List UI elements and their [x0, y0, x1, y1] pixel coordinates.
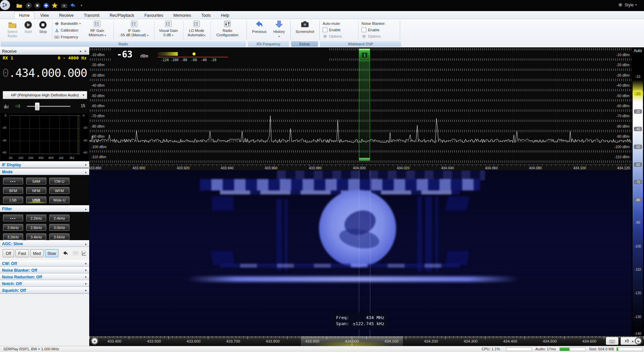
tab-home[interactable]: Home — [14, 11, 34, 19]
start-button[interactable]: Start — [20, 20, 36, 40]
spectrum-frequency-axis[interactable]: 433.880 433.900 433.920 433.940 433.960 … — [89, 164, 632, 170]
stop-icon[interactable] — [34, 2, 41, 9]
favourite-star-icon[interactable] — [51, 2, 58, 9]
automute-options-button[interactable]: Options — [323, 33, 356, 39]
scroll-right-button[interactable]: » — [635, 337, 642, 345]
tab-receive[interactable]: Receive — [55, 12, 78, 19]
screenshot-button[interactable]: Screenshot — [292, 20, 317, 34]
band-navigation-bar[interactable]: 433.400 433.500 433.600 433.700 433.800 … — [89, 336, 644, 346]
mode-button-lsb[interactable]: LSB — [3, 196, 23, 203]
tab-favourites[interactable]: Favourites — [140, 12, 168, 19]
filter-button-22[interactable]: 2.2kHz — [26, 215, 46, 221]
mode-button-nfm[interactable]: NFM — [26, 187, 46, 194]
agc-mail-icon[interactable] — [72, 250, 78, 256]
stop-button[interactable]: Stop — [35, 20, 51, 40]
volume-slider-track[interactable] — [27, 106, 70, 107]
automute-enable-checkbox[interactable]: Enable — [323, 27, 356, 33]
spectrum-display[interactable]: -63 dBm -120 -100 -80 -60 -40 -20 -10 dB… — [89, 47, 632, 164]
palette-label-selected[interactable]: -20 — [634, 92, 642, 96]
app-menu-button[interactable] — [0, 0, 10, 10]
agc-row: Off Fast Med Slow — [0, 247, 89, 260]
filter-button-34[interactable]: 3.4kHz — [26, 233, 46, 240]
keyboard-entry-button[interactable] — [606, 337, 619, 345]
noise-blanker-enable-checkbox[interactable]: Enable — [362, 27, 396, 33]
mode-button-wfm[interactable]: WFM — [49, 187, 69, 194]
mode-button-usb[interactable]: USB — [26, 196, 46, 203]
mode-button-cwu[interactable]: CW-U — [49, 178, 69, 184]
noise-blanker-group: Noise Blanker: Enable Options — [362, 20, 396, 39]
section-mode[interactable]: Mode▴ — [0, 168, 89, 175]
db-label: -20 dBm — [91, 63, 105, 67]
volume-slider-thumb[interactable] — [35, 102, 40, 111]
tab-view[interactable]: View — [36, 12, 53, 19]
frequency-button[interactable]: Frequency — [54, 34, 78, 40]
section-squelch[interactable]: Squelch: Off▾ — [0, 287, 89, 294]
section-cw[interactable]: CW: Off▾ — [0, 260, 89, 267]
mode-button-bfm[interactable]: BFM — [3, 187, 23, 194]
agc-undo-icon[interactable] — [62, 250, 68, 256]
agc-slow-button[interactable]: Slow — [45, 249, 58, 257]
tab-rec-playback[interactable]: Rec/Playback — [105, 12, 139, 19]
agc-med-button[interactable]: Med — [30, 249, 44, 257]
size-progress-bar — [616, 347, 643, 351]
mode-button-wideu[interactable]: Wide-U — [49, 196, 69, 203]
palette-label: -70 — [634, 180, 642, 184]
filter-button-32[interactable]: 3.2kHz — [3, 233, 23, 240]
mode-button-more[interactable]: ••• — [3, 178, 23, 184]
tab-transmit[interactable]: Transmit — [79, 12, 104, 19]
lo-mode-button[interactable]: LO Mode Automatic▾ — [184, 20, 209, 38]
db-label: -70 dBm — [616, 114, 630, 118]
filter-button-30[interactable]: 3.0kHz — [49, 224, 69, 231]
tab-help[interactable]: Help — [217, 12, 234, 19]
db-label: -110 dBm — [91, 155, 106, 159]
frequency-display[interactable]: 0.434.000.000 — [0, 62, 89, 84]
visual-gain-button[interactable]: Visual Gain 0 dB ▾ — [155, 20, 182, 38]
section-noise-blanker[interactable]: Noise Blanker: Off▾ — [0, 267, 89, 273]
noise-blanker-options-button[interactable]: Options — [362, 33, 396, 39]
receive-panel-header[interactable]: Receive ▾ × — [0, 47, 89, 55]
tab-tools[interactable]: Tools — [197, 12, 215, 19]
start-icon[interactable] — [25, 2, 32, 9]
panel-close-icon[interactable]: × — [84, 48, 87, 55]
filter-button-26[interactable]: 2.6kHz — [3, 224, 23, 231]
open-file-icon[interactable] — [15, 2, 23, 9]
undo-icon[interactable] — [69, 2, 76, 9]
speaker-icon[interactable] — [14, 103, 21, 109]
section-notch[interactable]: Notch: Off▾ — [0, 280, 89, 287]
panel-collapse-icon[interactable]: ▾ — [79, 48, 81, 55]
filter-button-28[interactable]: 2.8kHz — [26, 224, 46, 231]
palette-auto-button[interactable]: Auto — [632, 48, 644, 53]
audio-device-select[interactable]: HP (Périphérique High Definition Audio) … — [3, 91, 87, 99]
radio-configuration-button[interactable]: Radio Configuration — [212, 20, 243, 37]
waterfall-palette-scale[interactable]: Auto -10 -20 -30 -40 -50 -60 -70 -80 -90… — [632, 47, 644, 336]
status-audio: Audio: 17ms — [535, 347, 556, 351]
equalizer-icon[interactable] — [3, 103, 9, 109]
if-gain-button[interactable]: IF Gain -55 dB (Manual) ▾ — [115, 20, 153, 38]
section-agc[interactable]: AGC: Slow▴ — [0, 240, 89, 247]
bandwidth-button[interactable]: Bandwidth▾ — [54, 20, 80, 27]
camera-icon[interactable] — [60, 2, 68, 9]
waterfall-display[interactable]: Freq:434 MHz Span:±122.745 kHz — [89, 170, 632, 336]
section-if-display[interactable]: IF Display▾ — [0, 161, 89, 168]
history-button[interactable]: History▾ — [270, 20, 288, 39]
style-button[interactable]: Style ▾ — [618, 2, 637, 7]
filter-button-more[interactable]: ••• — [3, 215, 23, 221]
filter-button-36[interactable]: 3.6kHz — [49, 233, 69, 240]
add-icon[interactable] — [42, 2, 50, 9]
section-filter[interactable]: Filter▴ — [0, 205, 89, 212]
rx-marker-body[interactable] — [359, 61, 370, 158]
tab-memories[interactable]: Memories — [169, 12, 196, 19]
quick-access-caret-icon[interactable]: ▾ — [78, 2, 85, 9]
agc-off-button[interactable]: Off — [3, 249, 14, 257]
filter-button-24[interactable]: 2.4kHz — [49, 215, 69, 221]
agc-chart-icon[interactable] — [81, 250, 87, 256]
scroll-left-button[interactable]: « — [91, 337, 98, 345]
mode-button-sam[interactable]: SAM — [26, 178, 46, 184]
calibration-button[interactable]: Calibration — [54, 27, 78, 34]
previous-button[interactable]: Previous — [249, 20, 270, 34]
rx-marker[interactable]: 1 — [359, 49, 370, 162]
rf-gain-button[interactable]: RF Gain Minimum ▾ — [82, 20, 112, 38]
noise-blanker-title: Noise Blanker: — [362, 20, 396, 27]
section-noise-reduction[interactable]: Noise Reduction: Off▾ — [0, 273, 89, 280]
agc-fast-button[interactable]: Fast — [15, 249, 29, 257]
